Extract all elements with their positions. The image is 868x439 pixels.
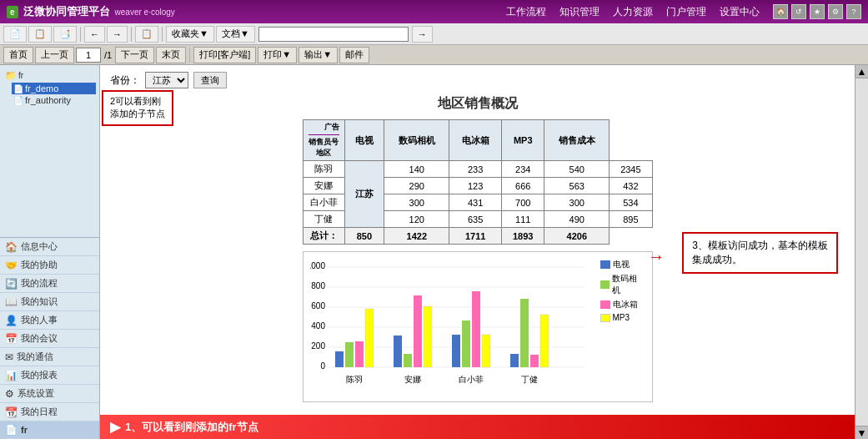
legend-tv-label: 电视 <box>613 259 630 270</box>
bar-c4-tv <box>510 354 519 367</box>
row3-cost: 895 <box>610 211 652 228</box>
sidebar-note-text: 2可以看到刚 添加的子节点 <box>110 96 165 119</box>
row2-mp3: 300 <box>544 194 610 211</box>
chart-title-area: 1000 800 600 400 200 0 <box>310 259 645 395</box>
sidebar-tree: 📁 fr 📄 fr_demo 📄 fr_authority <box>0 65 99 237</box>
row-name-1: 安娜 <box>303 178 344 194</box>
next-page-btn[interactable]: 下一页 <box>115 47 154 63</box>
nav-portal[interactable]: 门户管理 <box>666 5 706 19</box>
nav-hr[interactable]: 人力资源 <box>613 5 653 19</box>
sidebar-item-fr[interactable]: 📄 fr <box>0 421 99 439</box>
print-btn[interactable]: 打印▼ <box>258 47 297 63</box>
address-bar[interactable] <box>258 27 409 42</box>
bar-c2-tv <box>394 336 402 367</box>
sidebar-calendar-label: 我的日程 <box>21 406 58 418</box>
row2-cost: 534 <box>610 194 652 211</box>
legend-fridge: 电冰箱 <box>600 299 645 310</box>
nav-workflow[interactable]: 工作流程 <box>506 5 546 19</box>
prev-page-btn[interactable]: 上一页 <box>35 47 74 63</box>
toolbar-forward[interactable]: → <box>107 26 128 43</box>
sidebar-item-syssettings[interactable]: ⚙ 系统设置 <box>0 385 99 403</box>
bottom-arrow-icon: ▶ <box>110 419 120 435</box>
sidebar-item-comm[interactable]: ✉ 我的通信 <box>0 348 99 366</box>
sidebar-item-info[interactable]: 🏠 信息中心 <box>0 238 99 256</box>
star-icon[interactable]: ★ <box>810 4 825 19</box>
th-district: 地区 <box>309 148 339 159</box>
tree-item-fr-demo[interactable]: 📄 fr_demo <box>12 83 96 94</box>
x-label-2: 白小菲 <box>459 375 484 384</box>
bar-c3-fridge <box>472 291 480 367</box>
toolbar-btn-1[interactable]: 📄 <box>3 26 27 43</box>
sidebar-item-assist[interactable]: 🤝 我的协助 <box>0 256 99 275</box>
refresh-icon[interactable]: ↺ <box>791 4 806 19</box>
y-1000: 1000 <box>310 261 325 270</box>
legend-tv: 电视 <box>600 259 645 270</box>
row3-tv: 120 <box>384 211 449 228</box>
sidebar-item-report[interactable]: 📊 我的报表 <box>0 366 99 385</box>
help-icon[interactable]: ? <box>846 4 861 19</box>
row1-mp3: 563 <box>544 178 610 194</box>
right-arrow-icon: → <box>648 247 665 265</box>
sidebar-item-meeting[interactable]: 📅 我的会议 <box>0 330 99 348</box>
x-label-3: 丁健 <box>521 375 538 384</box>
scroll-up-btn[interactable]: ▲ <box>855 65 868 78</box>
sidebar-item-people[interactable]: 👤 我的人事 <box>0 311 99 330</box>
assist-icon: 🤝 <box>5 260 18 271</box>
province-select[interactable]: 江苏 <box>145 72 188 88</box>
toolbar-back[interactable]: ← <box>84 26 105 43</box>
row3-fridge: 111 <box>502 211 544 228</box>
toolbar-copy[interactable]: 📋 <box>135 26 158 43</box>
right-scrollbar[interactable]: ▲ ▼ <box>855 65 868 439</box>
bar-c1-camera <box>345 342 354 367</box>
x-label-1: 安娜 <box>404 375 421 384</box>
toolbar-favorites[interactable]: 收藏夹▼ <box>166 26 214 43</box>
x-label-0: 陈羽 <box>346 375 363 384</box>
total-fridge: 1711 <box>449 228 502 245</box>
toolbar-btn-3[interactable]: 📑 <box>53 26 77 43</box>
print-client-btn[interactable]: 打印[客户端] <box>193 47 256 63</box>
top-right-icons: 🏠 ↺ ★ ⚙ ? <box>773 4 861 19</box>
report-icon: 📊 <box>5 370 18 381</box>
tree-demo-icon: 📄 <box>13 84 23 93</box>
right-callout: 3、模板访问成功，基本的模板 集成成功。 <box>682 232 838 274</box>
chart-legend: 电视 数码相机 电冰箱 MP3 <box>600 259 645 322</box>
last-page-btn[interactable]: 末页 <box>156 47 186 63</box>
sidebar-item-flow[interactable]: 🔄 我的流程 <box>0 275 99 293</box>
y-600: 600 <box>311 301 325 310</box>
home-icon[interactable]: 🏠 <box>773 4 788 19</box>
row2-tv: 300 <box>384 194 449 211</box>
bar-c3-camera <box>462 320 470 367</box>
row2-fridge: 700 <box>502 194 544 211</box>
toolbar-btn-2[interactable]: 📋 <box>28 26 52 43</box>
page-number-input[interactable] <box>76 48 101 63</box>
bar-c4-mp3 <box>540 315 549 367</box>
row-name-3: 丁健 <box>303 211 344 228</box>
sidebar-item-calendar[interactable]: 📆 我的日程 <box>0 403 99 421</box>
tree-demo-label: fr_demo <box>25 83 58 93</box>
toolbar-docs[interactable]: 文档▼ <box>216 26 255 43</box>
province-row: 省份： 江苏 查询 <box>110 72 845 88</box>
output-btn[interactable]: 输出▼ <box>299 47 338 63</box>
nav-settings[interactable]: 设置中心 <box>720 5 760 19</box>
chart-svg-wrap: 1000 800 600 400 200 0 <box>310 259 594 395</box>
query-btn[interactable]: 查询 <box>193 72 227 88</box>
total-row: 总计： 850 1422 1711 1893 4206 <box>303 228 652 245</box>
logo-icon: e <box>7 6 18 18</box>
scroll-down-btn[interactable]: ▼ <box>855 426 868 439</box>
toolbar-go[interactable]: → <box>412 26 433 43</box>
row1-fridge: 666 <box>502 178 544 194</box>
nav-sep-1 <box>189 48 190 63</box>
first-page-btn[interactable]: 首页 <box>3 47 33 63</box>
right-note-line1: 3、模板访问成功，基本的模板 <box>692 239 828 253</box>
sidebar-knowledge-label: 我的知识 <box>21 295 58 308</box>
email-btn[interactable]: 邮件 <box>339 47 369 63</box>
row0-cost: 2345 <box>610 161 652 178</box>
sidebar-assist-label: 我的协助 <box>21 259 58 271</box>
sidebar-item-knowledge[interactable]: 📖 我的知识 <box>0 293 99 311</box>
bar-c1-mp3 <box>365 309 374 367</box>
gear-icon[interactable]: ⚙ <box>828 4 843 19</box>
tree-item-fr-authority[interactable]: 📄 fr_authority <box>12 94 96 106</box>
row1-camera: 123 <box>449 178 502 194</box>
nav-knowledge[interactable]: 知识管理 <box>559 5 600 19</box>
bar-c1-fridge <box>355 341 364 367</box>
